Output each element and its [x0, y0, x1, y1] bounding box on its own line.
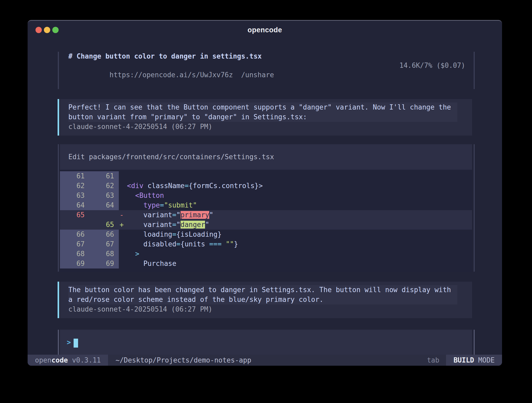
diff-row: 6767 disabled={units === ""}	[60, 239, 472, 249]
diff-row: 6666 loading={isLoading}	[60, 230, 472, 239]
window-title: opencode	[28, 26, 502, 34]
divider	[474, 144, 475, 272]
share-url-row: https://opencode.ai/s/UwJxv76z/unshare	[68, 61, 274, 89]
diff-row: 65+ variant="danger"	[60, 220, 472, 230]
message-text: The button color has been changed to dan…	[68, 285, 457, 304]
conversation-area: # Change button color to danger in setti…	[60, 52, 472, 366]
divider	[58, 52, 59, 89]
unshare-command[interactable]: /unshare	[241, 71, 274, 79]
message-accent-bar	[58, 99, 59, 136]
diff-row: 6262<div className={formCs.controls}>	[60, 181, 472, 191]
opencode-window: opencode # Change button color to danger…	[28, 20, 502, 366]
message-accent-bar	[58, 282, 59, 318]
edit-tool-card: Edit packages/frontend/src/containers/Se…	[60, 144, 472, 272]
divider	[474, 330, 475, 355]
divider	[58, 330, 59, 355]
token-cost-stats: 14.6K/7% ($0.07)	[400, 61, 465, 89]
status-bar: opencode v0.3.11 ~/Desktop/Projects/demo…	[28, 355, 502, 366]
working-directory: ~/Desktop/Projects/demo-notes-app	[115, 355, 251, 366]
session-header: # Change button color to danger in setti…	[60, 52, 472, 89]
diff-row: 6969 Purchase	[60, 259, 472, 268]
brand: code	[52, 356, 68, 364]
prompt-input[interactable]: >	[60, 330, 472, 355]
model-timestamp: claude-sonnet-4-20250514 (06:27 PM)	[68, 122, 457, 132]
text-cursor	[74, 339, 78, 348]
diff-row: 65- variant="primary"	[60, 210, 472, 220]
mode-badge[interactable]: BUILD MODE	[446, 355, 502, 366]
titlebar: opencode	[28, 21, 502, 39]
assistant-message: The button color has been changed to dan…	[60, 282, 472, 318]
diff-row: 6161	[60, 171, 472, 181]
message-text: Perfect! I can see that the Button compo…	[68, 102, 457, 122]
share-url-link[interactable]: https://opencode.ai/s/UwJxv76z	[110, 71, 233, 79]
divider	[58, 144, 59, 272]
diff-view: 61616262<div className={formCs.controls}…	[60, 170, 472, 272]
diff-row: 6363 <Button	[60, 191, 472, 200]
diff-row: 6868 >	[60, 249, 472, 259]
diff-row: 6464 type="submit"	[60, 200, 472, 210]
mode-switch-key[interactable]: tab	[427, 355, 439, 366]
edit-file-path: Edit packages/frontend/src/containers/Se…	[60, 144, 472, 170]
session-title: # Change button color to danger in setti…	[68, 52, 472, 61]
model-timestamp: claude-sonnet-4-20250514 (06:27 PM)	[68, 304, 457, 314]
divider	[474, 52, 475, 89]
app-version-segment: opencode v0.3.11	[28, 355, 108, 366]
assistant-message: Perfect! I can see that the Button compo…	[60, 99, 472, 136]
prompt-chevron: >	[67, 338, 71, 346]
